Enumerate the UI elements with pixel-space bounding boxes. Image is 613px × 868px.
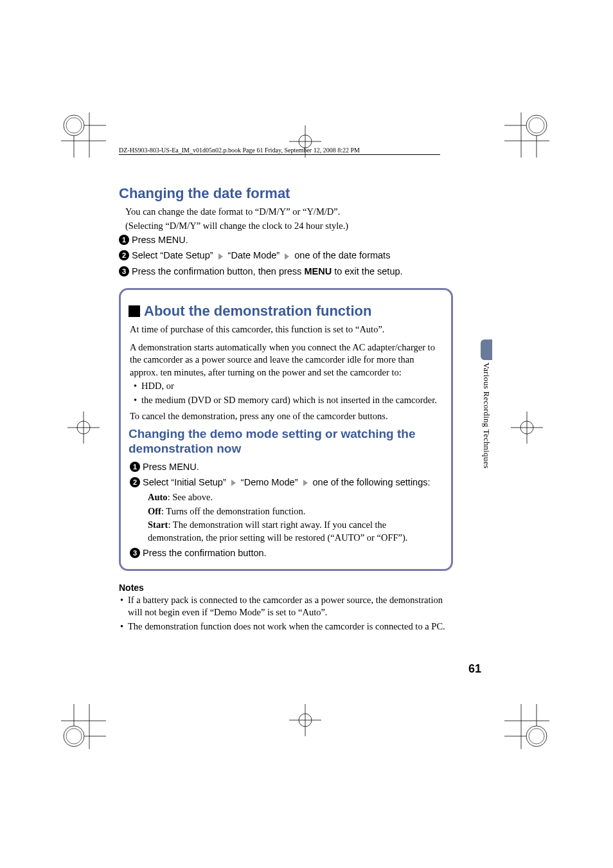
step-number-icon: 1 <box>130 462 140 472</box>
registration-mark-icon <box>61 113 106 158</box>
page-number: 61 <box>468 662 481 676</box>
option-desc: : The demonstration will start right awa… <box>148 520 407 543</box>
running-header: DZ-HS903-803-US-Ea_IM_v01d05n02.p.book P… <box>119 147 360 154</box>
option-name: Auto <box>148 492 168 502</box>
registration-mark-icon <box>504 704 549 749</box>
step-fragment: Press the confirmation button, then pres… <box>132 266 304 276</box>
registration-mark-icon <box>67 411 100 444</box>
svg-point-19 <box>529 728 544 744</box>
registration-mark-icon <box>504 113 549 158</box>
arrow-right-icon <box>285 253 289 260</box>
arrow-right-icon <box>218 253 223 260</box>
step-row: 1 Press MENU. <box>130 460 442 473</box>
svg-point-1 <box>66 118 82 133</box>
svg-point-12 <box>64 726 84 746</box>
step-text: Select “Initial Setup” “Demo Mode” one o… <box>143 476 431 489</box>
header-rule <box>119 154 440 155</box>
bullet-item: the medium (DVD or SD memory card) which… <box>134 394 442 407</box>
arrow-right-icon <box>231 480 236 486</box>
step-number-icon: 3 <box>130 548 140 558</box>
step-row: 1 Press MENU. <box>119 233 453 246</box>
body-text: A demonstration starts automatically whe… <box>130 341 442 379</box>
square-bullet-icon <box>129 305 140 317</box>
step-fragment: “Demo Mode” <box>241 477 298 487</box>
step-number-icon: 2 <box>130 477 140 487</box>
option-desc: : See above. <box>168 492 213 502</box>
step-number-icon: 1 <box>119 235 129 245</box>
registration-mark-icon <box>61 704 106 749</box>
step-fragment: “Date Mode” <box>228 250 280 260</box>
step-number-icon: 2 <box>119 250 129 260</box>
step-fragment: to exit the setup. <box>332 266 402 276</box>
step-fragment: one of the date formats <box>294 250 390 260</box>
note-item: The demonstration function does not work… <box>119 620 453 633</box>
step-text: Press the confirmation button, then pres… <box>132 265 403 278</box>
option-name: Start <box>148 520 168 530</box>
svg-point-18 <box>526 726 547 746</box>
svg-point-7 <box>529 118 544 133</box>
registration-mark-icon <box>289 704 321 736</box>
section-tab-label: Various Recording Techniques <box>481 363 492 469</box>
heading-about-demo: About the demonstration function <box>129 303 442 320</box>
heading-changing-demo-mode: Changing the demo mode setting or watchi… <box>129 427 442 457</box>
step-fragment: one of the following settings: <box>313 477 431 487</box>
step-number-icon: 3 <box>119 266 129 276</box>
heading-changing-date-format: Changing the date format <box>119 185 453 202</box>
bullet-item: HDD, or <box>134 380 442 393</box>
step-bold: MENU <box>304 266 332 276</box>
arrow-right-icon <box>303 480 308 486</box>
svg-point-0 <box>64 115 84 136</box>
callout-box: About the demonstration function At time… <box>119 288 453 571</box>
body-text: You can change the date format to “D/M/Y… <box>125 206 453 219</box>
body-text: At time of purchase of this camcorder, t… <box>130 323 442 336</box>
svg-point-6 <box>526 115 547 136</box>
heading-text: About the demonstration function <box>144 303 371 319</box>
body-text: To cancel the demonstration, press any o… <box>130 410 442 423</box>
step-row: 2 Select “Initial Setup” “Demo Mode” one… <box>130 476 442 489</box>
step-row: 3 Press the confirmation button, then pr… <box>119 265 453 278</box>
step-text: Press MENU. <box>132 233 188 246</box>
step-text: Press MENU. <box>143 460 199 473</box>
option-line: Auto: See above. <box>148 491 442 504</box>
step-row: 3 Press the confirmation button. <box>130 547 442 559</box>
option-name: Off <box>148 506 161 516</box>
option-desc: : Turns off the demonstration function. <box>161 506 305 516</box>
body-text: (Selecting “D/M/Y” will change the clock… <box>125 220 453 233</box>
registration-mark-icon <box>511 411 543 444</box>
step-text: Press the confirmation button. <box>143 547 267 559</box>
section-tab <box>481 339 492 360</box>
step-fragment: Select “Initial Setup” <box>143 477 226 487</box>
svg-point-13 <box>66 728 82 744</box>
notes-heading: Notes <box>119 583 453 593</box>
option-line: Start: The demonstration will start righ… <box>148 519 442 544</box>
option-line: Off: Turns off the demonstration functio… <box>148 505 442 518</box>
step-text: Select “Date Setup” “Date Mode” one of t… <box>132 249 390 262</box>
step-row: 2 Select “Date Setup” “Date Mode” one of… <box>119 249 453 262</box>
step-fragment: Select “Date Setup” <box>132 250 213 260</box>
note-item: If a battery pack is connected to the ca… <box>119 594 453 619</box>
